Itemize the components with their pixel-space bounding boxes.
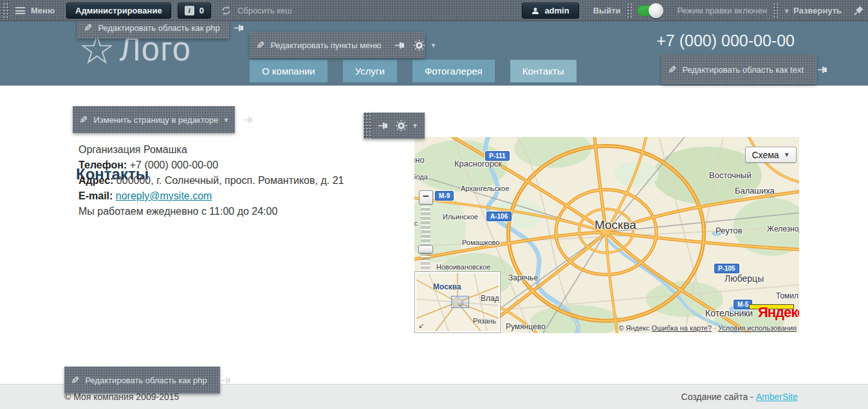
map-place-label: Железнод	[767, 224, 799, 233]
toolbar-separator	[772, 2, 778, 19]
phone-line: Телефон: +7 (000) 000-00-00	[78, 158, 344, 173]
map-place-label: Архангельское	[461, 185, 509, 192]
email-label: E-mail:	[78, 190, 113, 201]
pencil-icon: ✎	[256, 39, 264, 51]
minimap-marker	[457, 300, 463, 305]
user-button[interactable]: admin	[522, 3, 578, 19]
pushpin-icon[interactable]	[853, 5, 864, 16]
nav-item-gallery[interactable]: Фотогалерея	[412, 60, 495, 82]
schedule-line: Мы работаем ежедневно с 11:00 до 24:00	[78, 204, 344, 219]
map-road-badge: Р-111	[485, 151, 510, 161]
edit-page-editor-button[interactable]: Изменить страницу в редакторе	[93, 115, 218, 125]
chevron-down-icon: ▼	[783, 7, 790, 15]
refresh-icon[interactable]	[220, 5, 232, 16]
pencil-icon: ✎	[668, 64, 676, 76]
map-place-label: Ромашково	[462, 239, 499, 246]
edit-menu-items-button[interactable]: Редактировать пункты меню	[270, 41, 381, 50]
menu-button[interactable]: Меню	[31, 6, 55, 15]
map-error-link[interactable]: Ошибка на карте?	[652, 324, 712, 332]
edit-panel-area-text: ✎ Редактировать область как text	[661, 55, 817, 84]
edit-panel-map-widget: ▼	[364, 113, 425, 139]
map-place-label: вс	[414, 219, 418, 227]
credit-link[interactable]: AmberSite	[756, 392, 798, 402]
minimap[interactable]: Москва Влад Рязань ↙	[415, 272, 500, 332]
edit-area-text-button[interactable]: Редактировать область как text	[682, 65, 804, 75]
attribution-separator: ·	[714, 324, 716, 332]
email-link[interactable]: noreply@mysite.com	[116, 190, 212, 201]
map-place-label: Реутов	[716, 226, 743, 235]
yandex-map[interactable]: иноКрасногорскободаАрхангельскоеВосточны…	[414, 137, 799, 333]
zoom-slider-handle[interactable]	[418, 245, 433, 253]
gear-icon[interactable]	[413, 39, 425, 51]
email-line: E-mail: noreply@mysite.com	[78, 188, 344, 204]
pin-icon[interactable]	[243, 116, 254, 124]
chevron-down-icon[interactable]: ▼	[430, 42, 436, 49]
edit-footer-php-button[interactable]: Редактировать область как php	[85, 376, 207, 385]
nav-item-contacts[interactable]: Контакты	[510, 60, 577, 82]
chevron-down-icon[interactable]: ▼	[412, 122, 418, 129]
minimap-east-label: Влад	[481, 294, 499, 303]
contact-info: Организация Ромашка Телефон: +7 (000) 00…	[78, 142, 344, 219]
map-road-badge: А-106	[486, 212, 512, 221]
map-copyright: © Яндекс	[618, 324, 649, 332]
admin-toolbar: Меню Администрирование i 0 Сбросить кеш …	[0, 0, 868, 21]
nav-item-services[interactable]: Услуги	[343, 60, 397, 82]
user-name: admin	[544, 6, 569, 15]
gear-icon[interactable]	[395, 120, 407, 132]
map-layer-button[interactable]: Схема ▼	[745, 147, 797, 163]
map-place-label: Новоивановское	[436, 263, 490, 271]
main-navigation: О компании Услуги Фотогалерея Контакты	[250, 60, 577, 82]
map-attribution: © Яндекс Ошибка на карте? · Условия испо…	[618, 324, 797, 332]
chevron-down-icon[interactable]: ▼	[223, 116, 229, 123]
map-place-label: Восточный	[709, 170, 752, 180]
hamburger-menu-icon[interactable]	[15, 7, 25, 14]
panel-drag-grip[interactable]	[364, 113, 372, 139]
edit-area-php-button[interactable]: Редактировать область как php	[98, 23, 219, 33]
map-road-badge: М-9	[435, 191, 454, 201]
map-layer-label: Схема	[752, 150, 779, 160]
minimap-viewport[interactable]	[451, 296, 469, 308]
minimap-collapse-icon[interactable]: ↙	[418, 322, 424, 330]
map-place-label: ино	[414, 155, 425, 165]
pin-icon[interactable]	[395, 41, 405, 50]
pencil-icon: ✎	[79, 114, 88, 126]
expand-button[interactable]: Развернуть	[793, 6, 842, 15]
map-terms-link[interactable]: Условия использования	[718, 324, 797, 332]
administration-label: Администрирование	[75, 6, 162, 15]
chevron-down-icon: ▼	[784, 151, 790, 158]
organization-line: Организация Ромашка	[78, 142, 344, 158]
pencil-icon: ✎	[71, 374, 79, 386]
map-place-label: Балашиха	[735, 186, 775, 195]
zoom-out-button[interactable]: −	[419, 190, 433, 204]
pin-icon[interactable]	[378, 122, 389, 130]
map-place-label: Ильинское	[443, 213, 478, 221]
zoom-slider-track[interactable]	[421, 206, 430, 272]
clear-cache-button[interactable]: Сбросить кеш	[237, 6, 292, 15]
yandex-logo[interactable]: Яндекс	[758, 304, 799, 321]
nav-item-about[interactable]: О компании	[250, 60, 328, 82]
notifications-button[interactable]: i 0	[178, 3, 211, 19]
pin-icon[interactable]	[221, 376, 232, 385]
map-place-label: Люберцы	[725, 273, 764, 284]
pin-icon[interactable]	[818, 66, 828, 74]
address-value: 000000, г. Солнечный, просп. Романтиков,…	[116, 175, 344, 186]
pin-icon[interactable]	[234, 24, 245, 32]
edit-panel-menu-items: ✎ Редактировать пункты меню ▼	[250, 32, 425, 58]
logout-button[interactable]: Выйти	[593, 6, 621, 15]
edit-panel-page-editor: ✎ Изменить страницу в редакторе ▼	[73, 106, 235, 133]
phone-value: +7 (000) 000-00-00	[130, 159, 218, 170]
map-place-label: обода	[414, 173, 428, 181]
toggle-knob[interactable]	[649, 3, 663, 18]
user-icon	[531, 7, 539, 15]
map-place-label: Котельники	[705, 308, 753, 318]
edit-mode-label: Режим правки включен	[678, 6, 768, 15]
toolbar-separator	[626, 2, 632, 19]
pencil-icon: ✎	[84, 22, 92, 34]
administration-button[interactable]: Администрирование	[66, 3, 171, 19]
phone-label: Телефон:	[78, 159, 127, 170]
toolbar-drag-grip[interactable]	[1, 1, 10, 20]
header-phone: +7 (000) 000-00-00	[656, 32, 795, 50]
credit-prefix: Создание сайта -	[681, 392, 756, 402]
edit-mode-toggle[interactable]	[637, 5, 661, 16]
footer-credit: Создание сайта - AmberSite	[681, 392, 798, 402]
